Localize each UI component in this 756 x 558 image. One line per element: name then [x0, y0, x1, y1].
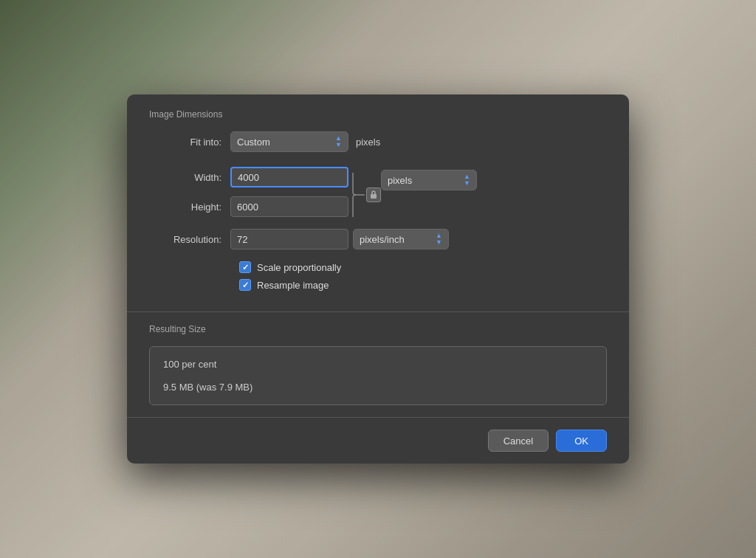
ok-button[interactable]: OK: [556, 430, 607, 452]
check-icon: ✓: [242, 263, 249, 272]
height-row: Height:: [149, 196, 348, 217]
fit-into-select[interactable]: Custom ▲ ▼: [230, 131, 348, 152]
resolution-unit-select[interactable]: pixels/inch ▲ ▼: [353, 229, 449, 249]
image-dimensions-dialog: Image Dimensions Fit into: Custom ▲ ▼ pi…: [127, 94, 629, 464]
resample-image-checkbox[interactable]: ✓: [239, 279, 251, 291]
scale-proportionally-row: ✓ Scale proportionally: [149, 261, 607, 273]
resulting-size-value: 9.5 MB (was 7.9 MB): [163, 382, 593, 393]
fit-into-label: Fit into:: [149, 137, 230, 148]
resolution-unit-value: pixels/inch: [360, 234, 405, 245]
resolution-unit-arrows: ▲ ▼: [436, 232, 442, 246]
svg-rect-0: [371, 194, 377, 199]
resulting-size-section: Resulting Size 100 per cent 9.5 MB (was …: [127, 312, 629, 418]
resolution-input[interactable]: [230, 229, 348, 249]
lock-bracket-container: [351, 170, 381, 220]
unit-wrapper: pixels ▲ ▼: [381, 170, 477, 190]
image-dimensions-section: Image Dimensions Fit into: Custom ▲ ▼ pi…: [127, 94, 629, 312]
pixels-unit-value: pixels: [388, 175, 412, 186]
resolution-label: Resolution:: [149, 234, 230, 245]
width-label: Width:: [149, 172, 230, 183]
scale-proportionally-label: Scale proportionally: [257, 262, 341, 273]
fit-into-row: Fit into: Custom ▲ ▼ pixels: [149, 131, 607, 152]
arrow-down-icon: ▼: [436, 239, 442, 246]
resulting-size-box: 100 per cent 9.5 MB (was 7.9 MB): [149, 346, 607, 405]
arrow-down-icon: ▼: [335, 142, 342, 148]
resulting-size-title: Resulting Size: [149, 324, 607, 334]
check-icon: ✓: [242, 280, 249, 290]
resolution-unit-wrapper: pixels/inch ▲ ▼: [353, 229, 449, 249]
lock-bracket-svg: [351, 170, 365, 220]
pixels-unit-arrows: ▲ ▼: [464, 173, 470, 187]
cancel-button[interactable]: Cancel: [488, 430, 549, 452]
resulting-percent: 100 per cent: [163, 359, 593, 370]
height-input[interactable]: [230, 196, 348, 217]
lock-svg: [369, 190, 378, 199]
scale-proportionally-checkbox[interactable]: ✓: [239, 261, 251, 273]
dialog-footer: Cancel OK: [127, 418, 629, 464]
dialog-backdrop: Image Dimensions Fit into: Custom ▲ ▼ pi…: [0, 0, 756, 558]
fit-into-unit-label: pixels: [356, 137, 380, 148]
width-row: Width:: [149, 167, 348, 187]
lock-icon[interactable]: [366, 187, 381, 202]
wh-group: Width: Height:: [149, 167, 607, 220]
wh-inputs: Width: Height:: [149, 167, 348, 217]
resolution-row: Resolution: pixels/inch ▲ ▼: [149, 229, 607, 249]
arrow-down-icon: ▼: [464, 180, 470, 187]
fit-into-value: Custom: [237, 137, 270, 148]
width-input[interactable]: [230, 167, 348, 187]
fit-into-arrows: ▲ ▼: [335, 135, 342, 148]
resample-image-row: ✓ Resample image: [149, 279, 607, 291]
height-label: Height:: [149, 202, 230, 213]
section-title-image-dimensions: Image Dimensions: [149, 109, 607, 120]
pixels-unit-select[interactable]: pixels ▲ ▼: [381, 170, 477, 190]
resample-image-label: Resample image: [257, 280, 329, 291]
